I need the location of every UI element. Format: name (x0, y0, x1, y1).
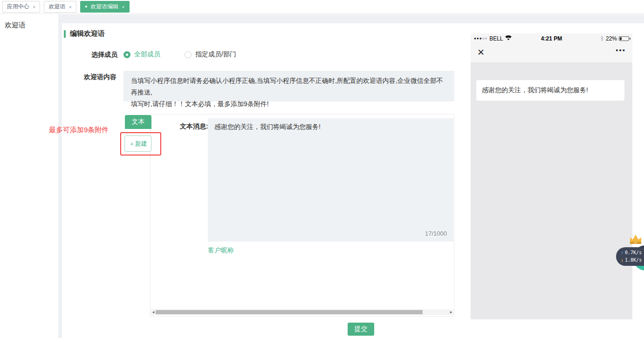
battery-percent: 22% (606, 35, 617, 42)
net-speed-pill[interactable]: ↑ 0.7K/s ↓ 1.8K/s (616, 247, 644, 266)
radio-specified-members[interactable] (185, 51, 192, 58)
phone-chat-body: 感谢您的关注，我们将竭诚为您服务! (471, 62, 632, 319)
scroll-left-icon[interactable]: ◂ (151, 309, 156, 315)
tab-welcome[interactable]: 欢迎语 × (44, 1, 76, 13)
vip-crown-band: VIP (630, 242, 641, 244)
message-textarea[interactable]: 感谢您的关注，我们将竭诚为您服务! 17/1000 (208, 118, 453, 242)
tab-label: 欢迎语 (48, 3, 65, 11)
radio-all-members[interactable] (123, 51, 130, 58)
section-title: 编辑欢迎语 (64, 29, 105, 38)
close-icon[interactable]: × (33, 4, 35, 10)
welcome-content-label: 欢迎语内容 (84, 73, 116, 81)
member-select-label: 选择成员 (91, 51, 117, 59)
customer-nickname-link[interactable]: 客户昵称 (208, 246, 234, 255)
download-arrow-icon: ↓ (621, 257, 623, 264)
submit-button[interactable]: 提交 (348, 323, 374, 336)
tab-label: 应用中心 (7, 3, 29, 11)
upload-speed: 0.7K/s (625, 249, 642, 257)
welcome-message-bubble: 感谢您的关注，我们将竭诚为您服务! (476, 80, 624, 101)
download-speed: 1.8K/s (625, 257, 642, 264)
bluetooth-icon: ᛒ (601, 35, 604, 42)
horizontal-scrollbar[interactable]: ◂ ▸ (151, 309, 453, 315)
tab-bar: 应用中心 × 欢迎语 × ● 欢迎语编辑 × (0, 0, 644, 14)
scrollbar-thumb[interactable] (156, 310, 423, 314)
tip-line-1: 当填写小程序信息时请务必确认小程序正确,当填写小程序信息不正确时,所配置的欢迎语… (131, 75, 447, 98)
app-root: 应用中心 × 欢迎语 × ● 欢迎语编辑 × 欢迎语 编辑欢迎语 选择成员 全部… (0, 0, 644, 338)
active-dot-icon: ● (85, 5, 87, 9)
attachment-editor-panel: 文本消息: 感谢您的关注，我们将竭诚为您服务! 17/1000 客户昵称 ◂ ▸ (150, 114, 454, 317)
radio-all-members-label[interactable]: 全部成员 (134, 50, 160, 59)
sidebar: 欢迎语 (0, 14, 58, 338)
close-icon[interactable]: ✕ (477, 47, 485, 58)
more-menu-icon[interactable]: ••• (616, 46, 626, 54)
phone-status-bar: 4:21 PM ●●●○○ BELL ᛒ 22% (471, 34, 632, 43)
tab-app-center[interactable]: 应用中心 × (2, 1, 40, 13)
tab-label: 欢迎语编辑 (90, 3, 118, 11)
message-text: 感谢您的关注，我们将竭诚为您服务! (214, 123, 321, 130)
add-new-button[interactable]: ＋新建 (124, 135, 151, 152)
net-speed-widget[interactable]: VIP ↑ 0.7K/s ↓ 1.8K/s (614, 235, 644, 271)
scroll-right-icon[interactable]: ▸ (449, 309, 453, 315)
tab-welcome-edit-active[interactable]: ● 欢迎语编辑 × (80, 1, 130, 13)
close-icon[interactable]: × (122, 4, 124, 10)
text-message-label: 文本消息: (180, 122, 208, 131)
char-counter: 17/1000 (425, 230, 447, 237)
member-radio-group: 全部成员 指定成员/部门 (123, 50, 236, 59)
tip-line-2: 填写时,请仔细！！文本必填，最多添加9条附件! (131, 98, 447, 110)
close-icon[interactable]: × (69, 4, 71, 10)
page-title: 编辑欢迎语 (70, 29, 105, 38)
battery-icon (619, 36, 629, 41)
max-attachment-annotation: 最多可添加9条附件 (49, 126, 109, 135)
scrollbar-track[interactable] (156, 309, 449, 315)
phone-nav-bar: ✕ ••• (471, 43, 632, 62)
radio-specified-members-label[interactable]: 指定成员/部门 (195, 50, 236, 59)
upload-arrow-icon: ↑ (621, 249, 623, 257)
tab-text-attachment[interactable]: 文本 (125, 115, 151, 129)
status-right-cluster: ᛒ 22% (601, 35, 629, 42)
sidebar-item-welcome[interactable]: 欢迎语 (0, 14, 58, 30)
title-accent-bar (64, 30, 66, 38)
welcome-content-tip: 当填写小程序信息时请务必确认小程序正确,当填写小程序信息不正确时,所配置的欢迎语… (123, 71, 454, 101)
phone-preview: 4:21 PM ●●●○○ BELL ᛒ 22% ✕ ••• 感谢您的关注，我们… (471, 34, 632, 319)
